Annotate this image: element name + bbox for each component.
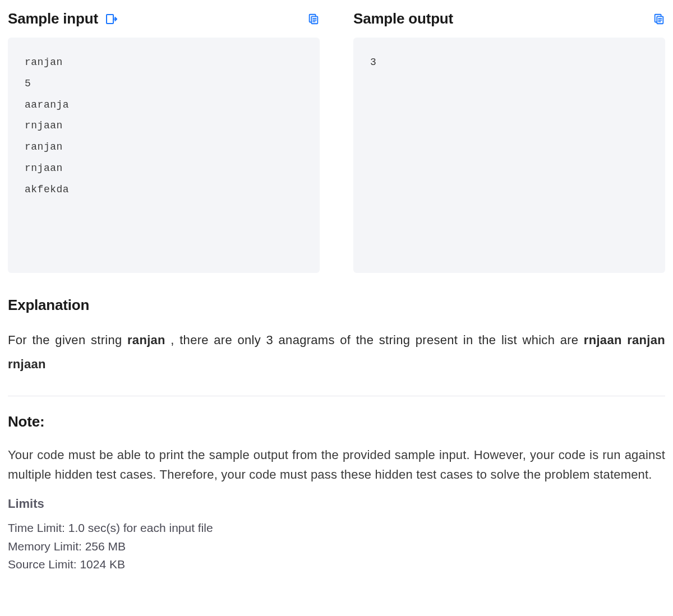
limits-memory: Memory Limit: 256 MB <box>8 538 665 556</box>
limits-time: Time Limit: 1.0 sec(s) for each input fi… <box>8 519 665 538</box>
explanation-target: ranjan <box>127 333 165 347</box>
limits-block: Time Limit: 1.0 sec(s) for each input fi… <box>8 519 665 574</box>
sample-output-column: Sample output 3 <box>353 10 665 273</box>
explanation-mid: , there are only 3 anagrams of the strin… <box>165 333 584 347</box>
sample-io-row: Sample input ranja <box>8 10 665 273</box>
limits-heading: Limits <box>8 497 665 511</box>
sample-output-code: 3 <box>353 38 665 273</box>
sample-output-title: Sample output <box>353 10 453 27</box>
sample-input-column: Sample input ranja <box>8 10 320 273</box>
note-heading: Note: <box>8 413 665 430</box>
section-divider <box>8 396 665 396</box>
sample-output-title-wrap: Sample output <box>353 10 453 27</box>
run-icon[interactable] <box>105 12 118 26</box>
svg-rect-0 <box>107 15 113 24</box>
copy-input-icon[interactable] <box>307 13 320 25</box>
explanation-text: For the given string ranjan , there are … <box>8 328 665 377</box>
note-body: Your code must be able to print the samp… <box>8 445 665 484</box>
sample-input-header: Sample input <box>8 10 320 27</box>
sample-output-header: Sample output <box>353 10 665 27</box>
sample-input-title-wrap: Sample input <box>8 10 118 27</box>
explanation-heading: Explanation <box>8 297 665 314</box>
limits-source: Source Limit: 1024 KB <box>8 555 665 574</box>
sample-input-code: ranjan 5 aaranja rnjaan ranjan rnjaan ak… <box>8 38 320 273</box>
sample-input-title: Sample input <box>8 10 98 27</box>
copy-output-icon[interactable] <box>653 13 665 25</box>
explanation-lead: For the given string <box>8 333 127 347</box>
